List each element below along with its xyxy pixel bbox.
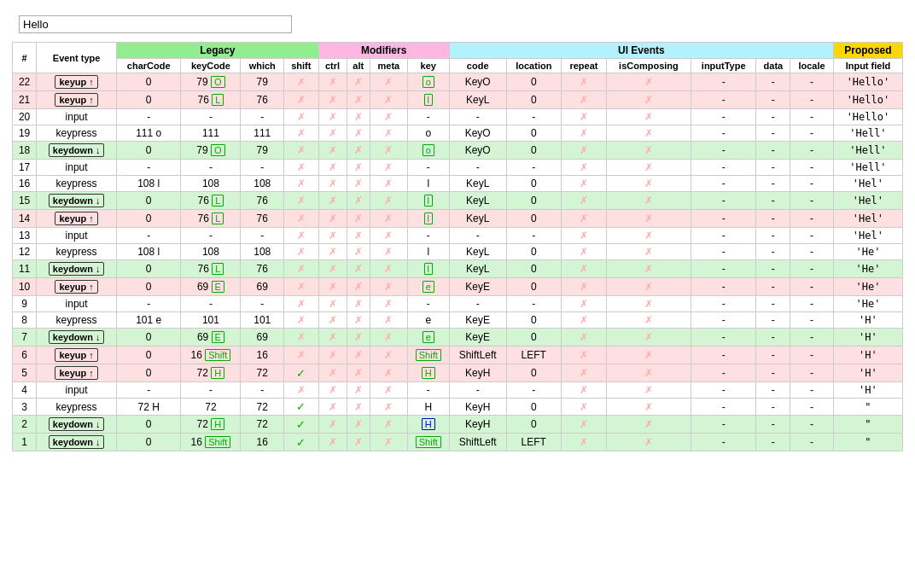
cell-meta: ✗ xyxy=(370,210,408,228)
cell-data: - xyxy=(756,329,790,346)
x-icon: ✗ xyxy=(580,314,588,326)
col-header-eventtype: Event type xyxy=(37,43,117,73)
cell-key: Shift xyxy=(407,346,449,364)
x-icon: ✗ xyxy=(384,178,393,189)
x-icon: ✗ xyxy=(354,246,363,258)
cell-location: - xyxy=(506,228,561,244)
cell-keycode: 101 xyxy=(181,312,241,329)
event-badge: keyup ↑ xyxy=(55,75,97,89)
cell-data: - xyxy=(756,192,790,210)
cell-eventtype: keydown ↓ xyxy=(37,142,117,160)
cell-key: - xyxy=(407,382,449,399)
x-icon: ✗ xyxy=(644,127,653,139)
keyboard-input[interactable] xyxy=(19,15,292,33)
x-icon: ✗ xyxy=(580,144,588,156)
cell-num: 6 xyxy=(13,346,37,364)
cell-repeat: ✗ xyxy=(562,176,607,192)
cell-alt: ✗ xyxy=(347,399,370,416)
cell-alt: ✗ xyxy=(347,142,370,160)
cell-alt: ✗ xyxy=(347,109,370,125)
keycode-box: L xyxy=(212,212,224,224)
cell-alt: ✗ xyxy=(347,244,370,260)
cell-eventtype: input xyxy=(37,109,117,125)
cell-eventtype: input xyxy=(37,228,117,244)
cell-ctrl: ✗ xyxy=(318,382,347,399)
cell-charcode: 108 l xyxy=(117,176,181,192)
cell-eventtype: keydown ↓ xyxy=(37,434,117,451)
cell-keycode: - xyxy=(181,160,241,176)
x-icon: ✗ xyxy=(384,436,393,448)
cell-key: o xyxy=(407,73,449,91)
x-icon: ✗ xyxy=(354,384,363,396)
check-icon: ✓ xyxy=(296,436,306,449)
cell-location: LEFT xyxy=(506,434,561,451)
cell-alt: ✗ xyxy=(347,160,370,176)
x-icon: ✗ xyxy=(329,384,337,396)
col-inputfield: Input field xyxy=(833,59,902,73)
cell-keycode: 69 E xyxy=(181,278,241,296)
cell-inputfield: " xyxy=(833,416,902,434)
cell-location: 0 xyxy=(506,73,561,91)
cell-key: l xyxy=(407,192,449,210)
keycode-box: L xyxy=(212,94,224,106)
cell-ctrl: ✗ xyxy=(318,244,347,260)
table-row: 22keyup ↑079 O79✗✗✗✗oKeyO0✗✗---'Hello' xyxy=(13,73,903,91)
x-icon: ✗ xyxy=(580,111,588,123)
cell-shift: ✗ xyxy=(284,125,319,142)
cell-inputtype: - xyxy=(691,434,755,451)
x-icon: ✗ xyxy=(354,281,363,293)
col-keycode: keyCode xyxy=(181,59,241,73)
x-icon: ✗ xyxy=(297,161,306,173)
cell-shift: ✓ xyxy=(284,416,319,434)
cell-code: KeyH xyxy=(449,416,506,434)
cell-meta: ✗ xyxy=(370,382,408,399)
check-icon: ✓ xyxy=(296,418,306,431)
table-row: 5keyup ↑072 H72✓✗✗✗HKeyH0✗✗---'H' xyxy=(13,364,903,382)
cell-keycode: 76 L xyxy=(181,210,241,228)
table-row: 14keyup ↑076 L76✗✗✗✗lKeyL0✗✗---'Hel' xyxy=(13,210,903,228)
cell-which: 76 xyxy=(241,91,284,109)
cell-charcode: - xyxy=(117,228,181,244)
cell-repeat: ✗ xyxy=(562,125,607,142)
cell-data: - xyxy=(756,260,790,278)
cell-code: KeyE xyxy=(449,278,506,296)
key-box: Shift xyxy=(416,436,441,448)
cell-alt: ✗ xyxy=(347,228,370,244)
cell-iscomposing: ✗ xyxy=(606,312,691,329)
cell-shift: ✗ xyxy=(284,346,319,364)
cell-eventtype: keyup ↑ xyxy=(37,278,117,296)
cell-repeat: ✗ xyxy=(562,192,607,210)
x-icon: ✗ xyxy=(580,384,588,396)
cell-iscomposing: ✗ xyxy=(606,399,691,416)
cell-keycode: 79 O xyxy=(181,73,241,91)
x-icon: ✗ xyxy=(354,298,363,310)
cell-iscomposing: ✗ xyxy=(606,346,691,364)
cell-code: KeyE xyxy=(449,312,506,329)
x-icon: ✗ xyxy=(644,94,653,106)
cell-alt: ✗ xyxy=(347,312,370,329)
cell-code: ShiftLeft xyxy=(449,434,506,451)
cell-which: 76 xyxy=(241,260,284,278)
x-icon: ✗ xyxy=(384,263,393,275)
x-icon: ✗ xyxy=(329,76,337,88)
x-icon: ✗ xyxy=(329,230,337,242)
cell-inputtype: - xyxy=(691,260,755,278)
cell-which: 101 xyxy=(241,312,284,329)
cell-locale: - xyxy=(790,192,834,210)
cell-alt: ✗ xyxy=(347,125,370,142)
x-icon: ✗ xyxy=(354,144,363,156)
cell-repeat: ✗ xyxy=(562,312,607,329)
cell-meta: ✗ xyxy=(370,91,408,109)
x-icon: ✗ xyxy=(297,76,306,88)
x-icon: ✗ xyxy=(354,94,363,106)
table-row: 19keypress111 o111111✗✗✗✗oKeyO0✗✗---'Hel… xyxy=(13,125,903,142)
cell-inputfield: 'Hel' xyxy=(833,176,902,192)
x-icon: ✗ xyxy=(354,367,363,379)
cell-alt: ✗ xyxy=(347,260,370,278)
cell-locale: - xyxy=(790,160,834,176)
event-badge: keyup ↑ xyxy=(55,212,97,225)
cell-locale: - xyxy=(790,244,834,260)
cell-keycode: 76 L xyxy=(181,260,241,278)
x-icon: ✗ xyxy=(644,230,653,242)
cell-inputfield: 'Hello' xyxy=(833,91,902,109)
